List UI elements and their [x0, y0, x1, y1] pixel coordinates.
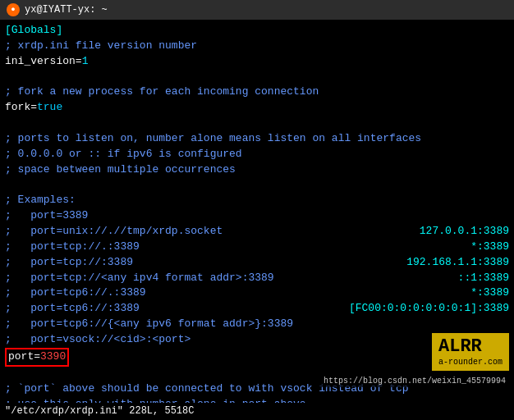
line-blank-3 [5, 177, 509, 193]
line-ex-tcp-dot: ; port=tcp://.:3389*:3389 [5, 240, 509, 255]
title-bar: ● yx@IYATT-yx: ~ [0, 0, 514, 20]
line-comment-1: ; xrdp.ini file version number [5, 39, 509, 54]
watermark: ALRR a-rounder.com [432, 333, 509, 371]
line-ex-tcp: ; port=tcp://:3389192.168.1.1:3389 [5, 255, 509, 271]
line-blank-2 [5, 116, 509, 131]
line-comment-ports: ; ports to listen on, number alone means… [5, 131, 509, 147]
line-comment-ipv6: ; 0.0.0.0 or :: if ipv6 is configured [5, 147, 509, 162]
url-bar: https://blog.csdn.net/weixin_45579994 [320, 375, 509, 387]
line-ex-unix: ; port=unix://.//tmp/xrdp.socket127.0.0.… [5, 224, 509, 240]
window-title: yx@IYATT-yx: ~ [25, 4, 108, 16]
terminal-icon: ● [7, 3, 20, 16]
line-ex-tcp6: ; port=tcp6://:3389[FC00:0:0:0:0:0:0:1]:… [5, 301, 509, 317]
line-ex-tcp-ipv4: ; port=tcp://<any ipv4 format addr>:3389… [5, 271, 509, 286]
line-ex-tcp6-dot: ; port=tcp6://.:3389*:3389 [5, 285, 509, 301]
line-blank-1 [5, 70, 509, 85]
line-ex-3389: ; port=3389 [5, 208, 509, 224]
terminal-window[interactable]: [Globals] ; xrdp.ini file version number… [0, 20, 514, 420]
line-ini-version: ini_version=1 [5, 54, 509, 70]
line-ex-tcp6-ipv6: ; port=tcp6://{<any ipv6 format addr>}:3… [5, 317, 509, 332]
status-line: "/etc/xrdp/xrdp.ini" 228L, 5518C [0, 403, 514, 420]
line-fork: fork=true [5, 100, 509, 116]
line-comment-fork: ; fork a new process for each incoming c… [5, 84, 509, 100]
line-comment-space: ; space between multiple occurrences [5, 162, 509, 178]
line-examples: ; Examples: [5, 193, 509, 208]
line-globals: [Globals] [5, 23, 509, 39]
